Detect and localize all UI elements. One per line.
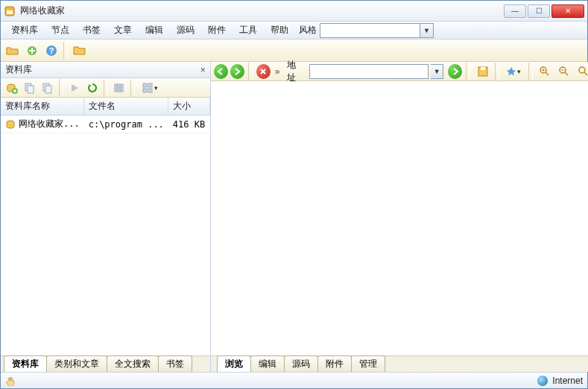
- add-button[interactable]: [23, 42, 41, 60]
- svg-rect-8: [28, 86, 34, 93]
- cell-size: 416 KB: [168, 116, 209, 133]
- refresh-button[interactable]: [84, 80, 101, 96]
- nav-back-button[interactable]: [214, 64, 228, 79]
- addr-sep1: [248, 63, 253, 80]
- zoom-out-icon: [558, 66, 570, 78]
- db-add-button[interactable]: [4, 80, 20, 96]
- db-table-wrap: 资料库名称 文件名 大小 网络收藏家... c:\program ... 416…: [1, 98, 210, 355]
- zoom-reset-button[interactable]: [575, 63, 588, 80]
- folder-icon: [73, 45, 86, 57]
- menu-article[interactable]: 文章: [108, 22, 138, 38]
- tab-database[interactable]: 资料库: [4, 355, 47, 372]
- left-tabs: 资料库 类别和文章 全文搜索 书签: [1, 355, 210, 372]
- view-grid-button[interactable]: ▾: [138, 80, 162, 96]
- nav-forward-button[interactable]: [230, 64, 244, 79]
- db-icon: [5, 119, 16, 130]
- db-copy-button[interactable]: [22, 80, 38, 96]
- folder-button[interactable]: [71, 42, 89, 60]
- db-table-header-row: 资料库名称 文件名 大小: [1, 98, 209, 116]
- nav-more-button[interactable]: »: [273, 66, 282, 77]
- menu-database[interactable]: 资料库: [5, 22, 44, 38]
- open-folder-button[interactable]: [4, 42, 22, 60]
- maximize-button[interactable]: ☐: [528, 4, 550, 18]
- copy2-icon: [42, 82, 54, 94]
- copy-icon: [24, 82, 36, 94]
- play-icon: [69, 83, 80, 93]
- menubar: 资料库 节点 书签 文章 编辑 源码 附件 工具 帮助 风格 ▼: [1, 22, 587, 39]
- svg-rect-20: [481, 67, 485, 70]
- table-row[interactable]: 网络收藏家... c:\program ... 416 KB: [1, 116, 209, 133]
- app-title: 网络收藏家: [20, 4, 504, 17]
- tab-source[interactable]: 源码: [284, 355, 318, 372]
- col-name[interactable]: 资料库名称: [1, 98, 84, 116]
- addr-sep2: [466, 63, 470, 80]
- tab-attach[interactable]: 附件: [317, 355, 352, 372]
- db-table: 资料库名称 文件名 大小 网络收藏家... c:\program ... 416…: [1, 98, 210, 133]
- right-pane: » 地址 ▼ ▾ 浏览 编辑 源码 附件 管理: [211, 62, 588, 372]
- menu-edit[interactable]: 编辑: [139, 22, 169, 38]
- left-pane: 资料库 × ▾ 资料库名称: [1, 62, 211, 372]
- globe-icon: [537, 376, 548, 386]
- menu-tools[interactable]: 工具: [233, 22, 263, 38]
- status-text: Internet: [552, 376, 583, 386]
- tab-fulltext[interactable]: 全文搜索: [107, 355, 159, 372]
- refresh-icon: [87, 83, 98, 93]
- favorite-button[interactable]: ▾: [503, 63, 525, 80]
- nav-stop-button[interactable]: [256, 64, 271, 79]
- svg-rect-17: [148, 89, 152, 92]
- help-button[interactable]: ?: [42, 42, 60, 60]
- svg-rect-10: [45, 86, 51, 93]
- menu-attach[interactable]: 附件: [202, 22, 232, 38]
- zoom-in-button[interactable]: [537, 63, 554, 80]
- play-button[interactable]: [66, 80, 83, 96]
- arrow-right-icon: [233, 68, 241, 75]
- left-toolbar: ▾: [1, 78, 210, 98]
- cell-file: c:\program ...: [84, 116, 168, 133]
- statusbar: Internet: [1, 372, 587, 388]
- close-button[interactable]: ✕: [551, 4, 584, 18]
- svg-text:?: ?: [49, 46, 54, 55]
- db-add-icon: [6, 82, 18, 94]
- left-sep2: [104, 79, 108, 97]
- tab-manage[interactable]: 管理: [351, 355, 385, 372]
- tab-categories[interactable]: 类别和文章: [46, 355, 107, 372]
- left-sep1: [59, 79, 63, 97]
- svg-rect-11: [115, 84, 117, 92]
- style-select[interactable]: [320, 23, 420, 38]
- tab-bookmarks[interactable]: 书签: [158, 355, 192, 372]
- col-size[interactable]: 大小: [168, 98, 209, 116]
- menu-source[interactable]: 源码: [171, 22, 200, 38]
- tab-browse[interactable]: 浏览: [217, 355, 251, 372]
- titlebar: 网络收藏家 — ☐ ✕: [1, 1, 587, 22]
- zoom-icon: [578, 66, 588, 78]
- go-button[interactable]: [448, 64, 462, 79]
- minimize-button[interactable]: —: [504, 4, 526, 18]
- menu-node[interactable]: 节点: [45, 22, 75, 38]
- svg-rect-16: [143, 89, 147, 92]
- columns-icon: [114, 83, 124, 93]
- save-button[interactable]: [474, 63, 491, 80]
- style-dropdown-button[interactable]: ▼: [420, 23, 434, 38]
- zoom-out-button[interactable]: [555, 63, 572, 80]
- col-file[interactable]: 文件名: [84, 98, 168, 116]
- grid-icon: [142, 83, 153, 93]
- svg-rect-13: [121, 84, 123, 92]
- left-sep3: [130, 79, 135, 97]
- svg-rect-12: [118, 84, 120, 92]
- address-input[interactable]: [309, 64, 429, 79]
- left-pane-close[interactable]: ×: [200, 65, 206, 75]
- address-dropdown[interactable]: ▼: [431, 64, 443, 79]
- style-label: 风格: [296, 24, 317, 37]
- tab-edit[interactable]: 编辑: [250, 355, 285, 372]
- menu-help[interactable]: 帮助: [265, 22, 294, 38]
- status-hand-icon: [5, 376, 17, 386]
- plus-icon: [26, 45, 38, 57]
- cell-name: 网络收藏家...: [1, 116, 84, 133]
- star-icon: [506, 66, 516, 77]
- app-window: 网络收藏家 — ☐ ✕ 资料库 节点 书签 文章 编辑 源码 附件 工具 帮助 …: [0, 0, 588, 389]
- columns-button[interactable]: [111, 80, 127, 96]
- db-copy2-button[interactable]: [39, 80, 56, 96]
- left-pane-header: 资料库 ×: [1, 62, 210, 78]
- menu-bookmark[interactable]: 书签: [77, 22, 107, 38]
- window-controls: — ☐ ✕: [504, 4, 584, 18]
